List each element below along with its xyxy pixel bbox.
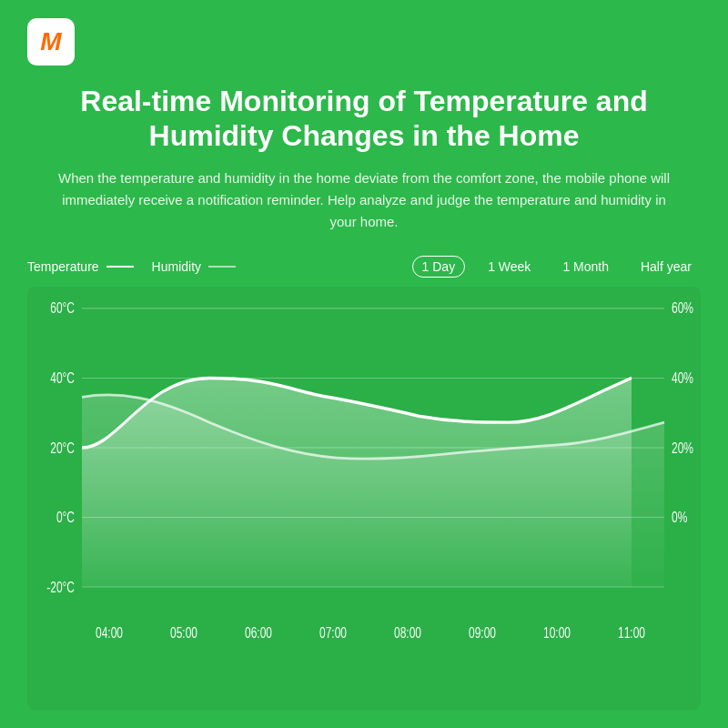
svg-text:10:00: 10:00 — [543, 624, 571, 641]
filter-1day[interactable]: 1 Day — [412, 256, 466, 278]
page-title: Real-time Monitoring of Temperature and … — [55, 84, 673, 154]
chart-container: 60°C 40°C 20°C 0°C -20°C 60% 40% 20% 0% … — [27, 287, 701, 710]
svg-text:0%: 0% — [672, 509, 687, 525]
logo: M — [27, 18, 75, 66]
page-subtitle: When the temperature and humidity in the… — [55, 167, 673, 233]
svg-text:04:00: 04:00 — [96, 624, 123, 641]
logo-text: M — [40, 27, 61, 56]
filter-halfyear[interactable]: Half year — [632, 257, 701, 277]
svg-text:20°C: 20°C — [50, 439, 75, 455]
temperature-line-icon — [106, 266, 134, 268]
svg-text:40%: 40% — [672, 369, 693, 386]
humidity-legend-label: Humidity — [152, 259, 201, 274]
svg-text:60%: 60% — [672, 299, 693, 316]
temperature-legend: Temperature — [27, 259, 134, 274]
filter-1week[interactable]: 1 Week — [479, 257, 540, 277]
filter-1month[interactable]: 1 Month — [553, 257, 618, 277]
svg-text:06:00: 06:00 — [245, 624, 272, 641]
chart-svg: 60°C 40°C 20°C 0°C -20°C 60% 40% 20% 0% … — [27, 296, 701, 701]
time-filter-group: 1 Day 1 Week 1 Month Half year — [412, 256, 701, 278]
svg-text:09:00: 09:00 — [469, 624, 496, 641]
temperature-legend-label: Temperature — [27, 259, 99, 274]
svg-text:60°C: 60°C — [50, 299, 75, 316]
svg-text:08:00: 08:00 — [394, 624, 421, 641]
humidity-legend: Humidity — [152, 259, 236, 274]
svg-text:40°C: 40°C — [50, 369, 75, 386]
svg-text:-20°C: -20°C — [46, 578, 75, 594]
svg-text:07:00: 07:00 — [319, 624, 347, 641]
svg-text:11:00: 11:00 — [618, 624, 645, 641]
chart-legend: Temperature Humidity — [27, 259, 236, 274]
humidity-line-icon — [208, 266, 236, 268]
svg-text:05:00: 05:00 — [170, 624, 197, 641]
svg-text:0°C: 0°C — [56, 509, 75, 525]
svg-text:20%: 20% — [672, 439, 693, 455]
